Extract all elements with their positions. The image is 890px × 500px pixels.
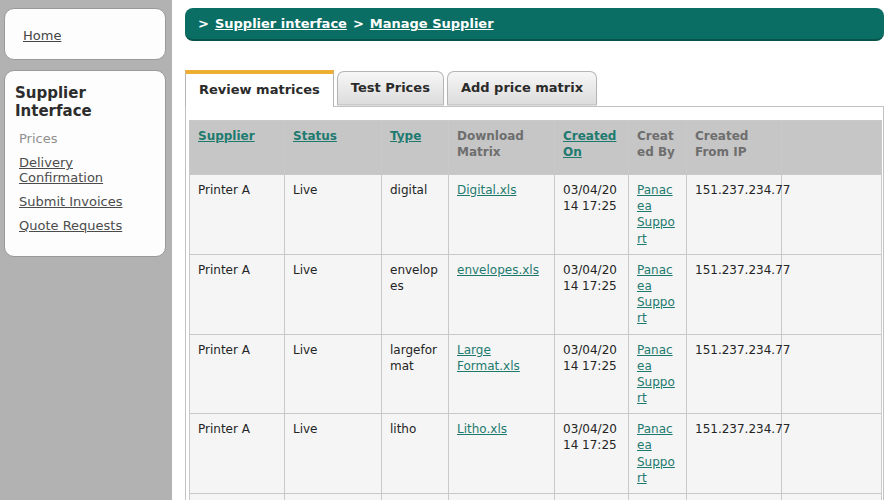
created-by-link[interactable]: Panacea Support bbox=[637, 422, 675, 485]
column-sort-supplier[interactable]: Supplier bbox=[198, 129, 255, 143]
table-row: Printer A Live digital Digital.xls 03/04… bbox=[190, 175, 882, 255]
type-cell: prepress bbox=[382, 494, 449, 500]
created-from-ip-cell: 151.237.234.77 bbox=[687, 414, 782, 494]
actions-cell bbox=[782, 175, 882, 255]
type-cell: digital bbox=[382, 175, 449, 255]
table-row: Printer A Live largeformat Large Format.… bbox=[190, 334, 882, 414]
home-link[interactable]: Home bbox=[23, 28, 61, 43]
actions-cell bbox=[782, 334, 882, 414]
created-on-cell: 03/04/2014 17:25 bbox=[555, 175, 629, 255]
created-on-cell: 03/04/2014 17:25 bbox=[555, 414, 629, 494]
table-row: Printer A Live prepress prepress.xls 03/… bbox=[190, 494, 882, 500]
price-matrices-table: Supplier Status Type Download Matrix Cre… bbox=[189, 120, 882, 500]
sidebar-item-delivery-confirmation[interactable]: Delivery Confirmation bbox=[19, 155, 155, 185]
sidebar-item-quote-requests[interactable]: Quote Requests bbox=[19, 218, 155, 233]
supplier-cell: Printer A bbox=[190, 494, 285, 500]
column-sort-type[interactable]: Type bbox=[390, 129, 421, 143]
main-content: > Supplier interface > Manage Supplier R… bbox=[185, 8, 884, 500]
home-box: Home bbox=[4, 8, 166, 60]
tab-bar: Review matrices Test Prices Add price ma… bbox=[185, 70, 884, 106]
actions-cell bbox=[782, 494, 882, 500]
type-cell: envelopes bbox=[382, 254, 449, 334]
created-on-cell: 03/04/2014 17:26 bbox=[555, 494, 629, 500]
column-actions bbox=[782, 121, 882, 175]
supplier-cell: Printer A bbox=[190, 175, 285, 255]
breadcrumb-supplier-interface[interactable]: Supplier interface bbox=[215, 16, 347, 31]
sidebar-item-prices[interactable]: Prices bbox=[19, 131, 155, 146]
download-matrix-link[interactable]: Litho.xls bbox=[457, 422, 507, 436]
actions-cell bbox=[782, 414, 882, 494]
actions-cell bbox=[782, 254, 882, 334]
created-by-link[interactable]: Panacea Support bbox=[637, 343, 675, 406]
created-on-cell: 03/04/2014 17:25 bbox=[555, 334, 629, 414]
breadcrumb-separator: > bbox=[353, 16, 364, 31]
column-sort-status[interactable]: Status bbox=[293, 129, 337, 143]
status-cell: Live bbox=[285, 334, 382, 414]
created-from-ip-cell: 151.237.234.77 bbox=[687, 494, 782, 500]
column-download-matrix: Download Matrix bbox=[449, 121, 555, 175]
breadcrumb-separator: > bbox=[198, 16, 209, 31]
tab-review-matrices[interactable]: Review matrices bbox=[185, 70, 334, 107]
created-from-ip-cell: 151.237.234.77 bbox=[687, 254, 782, 334]
status-cell: Live bbox=[285, 254, 382, 334]
content-panel: Supplier Status Type Download Matrix Cre… bbox=[185, 106, 884, 500]
breadcrumb-manage-supplier[interactable]: Manage Supplier bbox=[370, 16, 494, 31]
supplier-cell: Printer A bbox=[190, 414, 285, 494]
sidebar-title: Supplier Interface bbox=[15, 84, 155, 120]
column-created-by: Created By bbox=[629, 121, 687, 175]
supplier-cell: Printer A bbox=[190, 334, 285, 414]
tab-add-price-matrix[interactable]: Add price matrix bbox=[447, 71, 597, 105]
sidebar: Home Supplier Interface Prices Delivery … bbox=[0, 0, 172, 500]
supplier-cell: Printer A bbox=[190, 254, 285, 334]
download-matrix-link[interactable]: envelopes.xls bbox=[457, 263, 539, 277]
download-matrix-link[interactable]: Large Format.xls bbox=[457, 343, 520, 373]
breadcrumb: > Supplier interface > Manage Supplier bbox=[185, 8, 884, 41]
table-header-row: Supplier Status Type Download Matrix Cre… bbox=[190, 121, 882, 175]
column-created-from-ip: Created From IP bbox=[687, 121, 782, 175]
column-sort-created-on[interactable]: Created On bbox=[563, 129, 616, 159]
table-row: Printer A Live litho Litho.xls 03/04/201… bbox=[190, 414, 882, 494]
table-row: Printer A Live envelopes envelopes.xls 0… bbox=[190, 254, 882, 334]
created-from-ip-cell: 151.237.234.77 bbox=[687, 334, 782, 414]
status-cell: Live bbox=[285, 494, 382, 500]
created-from-ip-cell: 151.237.234.77 bbox=[687, 175, 782, 255]
sidebar-item-submit-invoices[interactable]: Submit Invoices bbox=[19, 194, 155, 209]
download-matrix-link[interactable]: Digital.xls bbox=[457, 183, 516, 197]
type-cell: largeformat bbox=[382, 334, 449, 414]
type-cell: litho bbox=[382, 414, 449, 494]
created-by-link[interactable]: Panacea Support bbox=[637, 183, 675, 246]
created-by-link[interactable]: Panacea Support bbox=[637, 263, 675, 326]
status-cell: Live bbox=[285, 414, 382, 494]
status-cell: Live bbox=[285, 175, 382, 255]
supplier-interface-nav: Supplier Interface Prices Delivery Confi… bbox=[4, 70, 166, 257]
tab-test-prices[interactable]: Test Prices bbox=[337, 71, 444, 105]
created-on-cell: 03/04/2014 17:25 bbox=[555, 254, 629, 334]
